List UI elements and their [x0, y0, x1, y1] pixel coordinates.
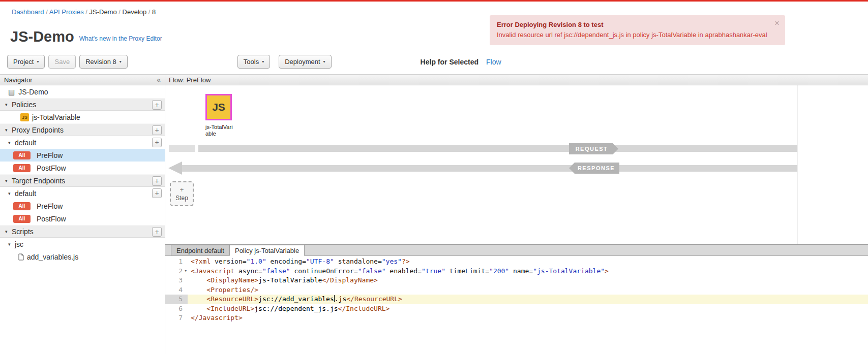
chevron-down-icon[interactable]: ▾ [8, 242, 14, 247]
whats-new-link[interactable]: What's new in the Proxy Editor [79, 35, 162, 42]
chevron-down-icon[interactable]: ▾ [8, 191, 14, 196]
response-arrowhead-icon [168, 162, 182, 175]
breadcrumb-item[interactable]: Dashboard [12, 8, 44, 16]
help-for-selected-label: Help for Selected [421, 58, 478, 66]
section-target-endpoints[interactable]: ▾ Target Endpoints + [0, 174, 165, 187]
breadcrumb-item: Develop [123, 8, 147, 16]
section-label: Proxy Endpoints [12, 126, 64, 134]
code-text: <Javascript async="false" continueOnErro… [188, 267, 609, 276]
error-toast-message: Invalid resource url ref jsc://dependent… [497, 30, 768, 40]
code-editor-panel: Endpoint default Policy js-TotalVariable… [165, 244, 868, 354]
nav-item-label: PostFlow [37, 215, 66, 223]
request-flow-bar [198, 145, 797, 152]
nav-item-label: default [15, 139, 36, 147]
line-number: 5 [165, 295, 188, 304]
caret-down-icon: ▾ [262, 59, 264, 64]
error-toast: × Error Deploying Revision 8 to test Inv… [490, 15, 785, 45]
code-line: 5 <ResourceURL>jsc://add_variables.js</R… [165, 295, 868, 304]
chevron-down-icon[interactable]: ▾ [5, 229, 11, 234]
nav-item-label: PreFlow [37, 151, 63, 159]
navigator-panel: Navigator « ▤ JS-Demo ▾ Policies + JS js… [0, 75, 165, 354]
line-number: 3 [165, 276, 188, 285]
section-scripts[interactable]: ▾ Scripts + [0, 225, 165, 238]
collapse-panel-icon[interactable]: « [157, 76, 161, 84]
add-flow-button[interactable]: + [152, 188, 162, 198]
toolbar: Project ▾ Save Revision 8 ▾ Tools ▾ Depl… [0, 49, 868, 74]
canvas-edge-divider [797, 85, 798, 244]
navigator-title: Navigator [4, 76, 33, 84]
main-area: Navigator « ▤ JS-Demo ▾ Policies + JS js… [0, 74, 868, 354]
code-line: 7</Javascript> [165, 313, 868, 323]
flow-link[interactable]: Flow [486, 58, 501, 66]
add-script-button[interactable]: + [152, 227, 162, 237]
breadcrumb-separator: / [84, 8, 89, 16]
save-button-label: Save [54, 58, 70, 66]
nav-item-policy-js-totalvariable[interactable]: JS js-TotalVariable [0, 111, 165, 123]
breadcrumb-separator: / [44, 8, 49, 16]
js-policy-node-icon: JS [212, 101, 225, 113]
add-step-button-label: Step [175, 195, 188, 202]
code-line: 2▾<Javascript async="false" continueOnEr… [165, 267, 868, 276]
nav-item-proxy-postflow[interactable]: All PostFlow [0, 162, 165, 174]
add-step-button[interactable]: + Step [170, 181, 194, 206]
add-target-endpoint-button[interactable]: + [152, 176, 162, 186]
tab-label: Policy js-TotalVariable [235, 247, 299, 254]
tools-button[interactable]: Tools ▾ [237, 55, 270, 69]
js-policy-node[interactable]: JS [205, 94, 232, 120]
tab-policy-js-totalvariable[interactable]: Policy js-TotalVariable [229, 245, 305, 256]
project-button-label: Project [13, 58, 34, 66]
nav-item-target-preflow[interactable]: All PreFlow [0, 200, 165, 212]
nav-item-label: jsc [15, 240, 23, 248]
deployment-button[interactable]: Deployment ▾ [279, 55, 331, 69]
flow-canvas: JS js-TotalVariable REQUEST RESPONSE + S… [165, 85, 868, 244]
nav-item-proxy-root[interactable]: ▤ JS-Demo [0, 85, 165, 98]
line-number: 4 [165, 285, 188, 295]
chevron-down-icon[interactable]: ▾ [5, 102, 11, 107]
nav-item-script-file[interactable]: add_variables.js [0, 250, 165, 263]
flow-panel-header: Flow: PreFlow [165, 75, 868, 85]
breadcrumb-separator: / [146, 8, 152, 16]
nav-item-target-postflow[interactable]: All PostFlow [0, 212, 165, 225]
nav-item-jsc-folder[interactable]: ▾ jsc [0, 238, 165, 250]
chevron-down-icon[interactable]: ▾ [5, 178, 11, 183]
flow-header-label: Flow: PreFlow [169, 76, 211, 84]
chevron-down-icon[interactable]: ▾ [5, 127, 11, 133]
breadcrumb-item: 8 [152, 8, 156, 16]
add-policy-button[interactable]: + [152, 100, 162, 110]
code-text: <ResourceURL>jsc://add_variables.js</Res… [188, 295, 402, 304]
revision-button[interactable]: Revision 8 ▾ [79, 55, 128, 69]
line-number: 7 [165, 313, 188, 323]
section-policies[interactable]: ▾ Policies + [0, 98, 165, 111]
code-text: <?xml version="1.0" encoding="UTF-8" sta… [188, 257, 410, 267]
caret-down-icon: ▾ [119, 59, 122, 64]
line-number: 6 [165, 304, 188, 314]
chevron-down-icon[interactable]: ▾ [8, 140, 14, 145]
close-icon[interactable]: × [774, 18, 780, 28]
nav-item-label: add_variables.js [27, 253, 78, 261]
caret-down-icon: ▾ [37, 59, 39, 64]
project-button[interactable]: Project ▾ [7, 55, 45, 69]
js-policy-icon: JS [20, 113, 29, 121]
nav-item-proxy-default[interactable]: ▾ default + [0, 136, 165, 149]
tools-button-label: Tools [244, 58, 259, 66]
tab-label: Endpoint default [176, 247, 224, 254]
nav-item-label: default [15, 189, 36, 198]
line-number: 1 [165, 257, 188, 267]
breadcrumb-separator: / [117, 8, 123, 16]
tab-endpoint-default[interactable]: Endpoint default [171, 245, 230, 255]
nav-item-label: PostFlow [37, 164, 66, 172]
nav-item-target-default[interactable]: ▾ default + [0, 187, 165, 200]
error-toast-title: Error Deploying Revision 8 to test [497, 20, 768, 30]
fold-arrow-icon[interactable]: ▾ [185, 269, 187, 273]
response-flow-bar [182, 165, 797, 172]
breadcrumb-item[interactable]: API Proxies [49, 8, 84, 16]
nav-item-proxy-preflow[interactable]: All PreFlow [0, 149, 165, 162]
request-flow-bar-segment [169, 145, 195, 152]
save-button[interactable]: Save [48, 55, 76, 69]
add-proxy-endpoint-button[interactable]: + [152, 125, 162, 135]
code-line: 4 <Properties/> [165, 285, 868, 295]
section-proxy-endpoints[interactable]: ▾ Proxy Endpoints + [0, 123, 165, 136]
code-area[interactable]: 1<?xml version="1.0" encoding="UTF-8" st… [165, 256, 868, 354]
add-flow-button[interactable]: + [152, 138, 162, 147]
editor-tabbar: Endpoint default Policy js-TotalVariable [165, 245, 868, 256]
